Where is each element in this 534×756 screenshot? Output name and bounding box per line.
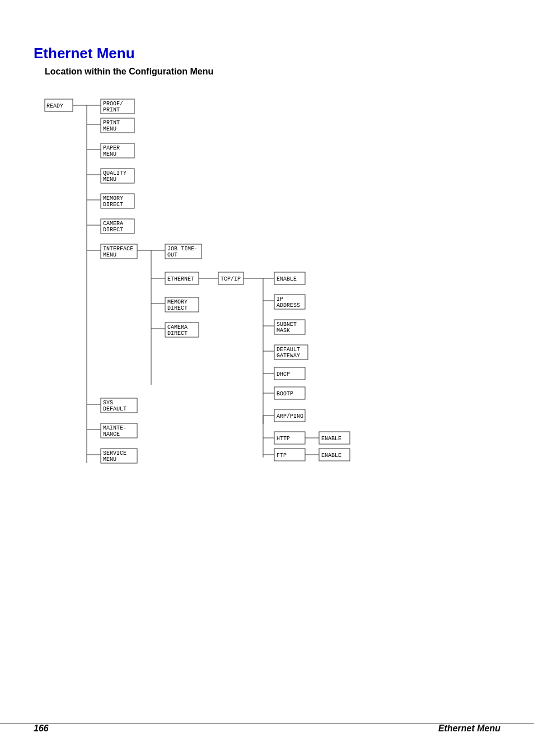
footer: 166 Ethernet Menu [0, 723, 534, 734]
svg-text:TCP/IP: TCP/IP [221, 276, 241, 282]
svg-text:DIRECT: DIRECT [167, 330, 188, 337]
svg-text:FTP: FTP [277, 452, 287, 459]
svg-text:MENU: MENU [103, 126, 116, 132]
svg-text:QUALITY: QUALITY [103, 170, 127, 176]
page-title: Ethernet Menu [34, 45, 500, 62]
svg-text:DEFAULT: DEFAULT [103, 406, 127, 412]
svg-text:NANCE: NANCE [103, 431, 120, 437]
svg-text:SUBNET: SUBNET [277, 321, 297, 328]
svg-text:PROOF/: PROOF/ [103, 101, 123, 107]
svg-text:DIRECT: DIRECT [103, 202, 123, 208]
svg-text:JOB TIME-: JOB TIME- [167, 246, 198, 252]
svg-text:ARP/PING: ARP/PING [277, 413, 303, 419]
svg-text:DEFAULT: DEFAULT [277, 347, 300, 353]
svg-text:MEMORY: MEMORY [167, 299, 188, 305]
svg-text:ENABLE: ENABLE [277, 276, 297, 282]
svg-text:PRINT: PRINT [103, 120, 120, 126]
svg-text:OUT: OUT [167, 252, 177, 258]
svg-text:SYS: SYS [103, 400, 113, 406]
svg-text:DHCP: DHCP [277, 371, 290, 377]
page-subtitle: Location within the Configuration Menu [45, 67, 500, 77]
svg-text:MENU: MENU [103, 456, 116, 463]
svg-text:DIRECT: DIRECT [103, 227, 123, 233]
svg-text:GATEWAY: GATEWAY [277, 353, 300, 359]
footer-page-number: 166 [34, 724, 49, 734]
svg-text:CAMERA: CAMERA [103, 221, 123, 227]
svg-text:INTERFACE: INTERFACE [103, 246, 133, 252]
menu-diagram: READY PROOF/ PRINT PRINT MENU PAPER MENU… [39, 94, 476, 486]
svg-text:MASK: MASK [277, 328, 290, 334]
svg-text:IP: IP [277, 296, 283, 302]
svg-text:MENU: MENU [103, 151, 116, 157]
svg-text:MEMORY: MEMORY [103, 195, 123, 202]
svg-text:CAMERA: CAMERA [167, 324, 188, 330]
svg-text:PRINT: PRINT [103, 107, 120, 113]
svg-text:ENABLE: ENABLE [321, 436, 341, 442]
svg-text:MENU: MENU [103, 176, 116, 183]
footer-title: Ethernet Menu [438, 724, 500, 734]
svg-text:SERVICE: SERVICE [103, 450, 127, 456]
svg-text:ADDRESS: ADDRESS [277, 302, 300, 309]
svg-text:MENU: MENU [103, 252, 116, 258]
svg-text:HTTP: HTTP [277, 436, 290, 442]
svg-text:ENABLE: ENABLE [321, 452, 341, 459]
svg-text:ETHERNET: ETHERNET [167, 276, 194, 282]
svg-text:PAPER: PAPER [103, 145, 120, 151]
svg-text:MAINTE-: MAINTE- [103, 425, 127, 431]
svg-text:BOOTP: BOOTP [277, 391, 293, 397]
svg-text:DIRECT: DIRECT [167, 305, 188, 311]
ready-label: READY [46, 103, 63, 109]
